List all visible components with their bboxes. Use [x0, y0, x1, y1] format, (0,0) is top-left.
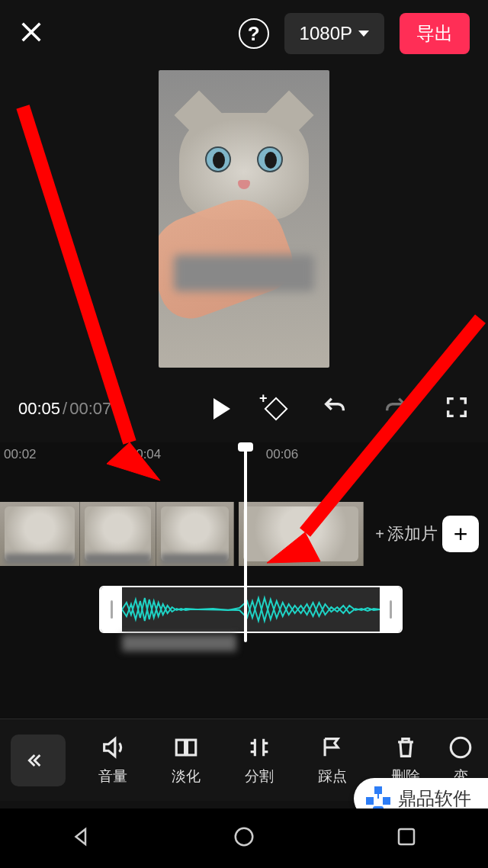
system-nav	[0, 809, 488, 868]
total-time: 00:07	[69, 399, 111, 419]
svg-point-8	[451, 738, 470, 757]
video-clip[interactable]	[239, 502, 364, 566]
resolution-dropdown[interactable]: 1080P	[284, 13, 384, 54]
svg-rect-9	[374, 786, 382, 794]
caption-overlay	[174, 255, 314, 291]
video-clip[interactable]	[156, 502, 234, 566]
nav-recent[interactable]	[395, 825, 418, 851]
tool-volume[interactable]: 音量	[76, 735, 149, 786]
fullscreen-button[interactable]	[444, 394, 470, 423]
video-clip[interactable]	[80, 502, 156, 566]
resolution-label: 1080P	[300, 23, 352, 44]
svg-rect-6	[176, 740, 185, 755]
nav-back[interactable]	[70, 825, 93, 851]
play-button[interactable]	[210, 398, 230, 420]
blur-overlay	[122, 635, 236, 651]
close-button[interactable]	[18, 19, 44, 48]
video-clip[interactable]	[0, 502, 80, 566]
add-clip-label: + 添加片	[375, 522, 438, 545]
tool-fade[interactable]: 淡化	[149, 735, 223, 786]
ruler-tick: 00:06	[266, 447, 299, 462]
undo-button[interactable]	[322, 394, 348, 423]
audio-trim-right[interactable]	[380, 587, 401, 632]
tool-beat[interactable]: 踩点	[296, 735, 369, 786]
timecode: 00:05 / 00:07	[18, 399, 111, 419]
keyframe-button[interactable]: +	[265, 398, 287, 420]
audio-trim-left[interactable]	[101, 587, 122, 632]
svg-rect-14	[399, 829, 414, 844]
export-button[interactable]: 导出	[400, 13, 470, 54]
watermark-text: 鼎品软件	[398, 786, 471, 811]
ruler-tick: 00:02	[4, 447, 37, 462]
playhead[interactable]	[244, 445, 247, 642]
ruler-tick: 00:04	[129, 447, 162, 462]
export-label: 导出	[416, 21, 453, 46]
redo-button[interactable]	[383, 394, 409, 423]
add-clip-button[interactable]: +	[442, 516, 479, 552]
audio-clip[interactable]	[99, 586, 403, 633]
chevron-down-icon	[358, 31, 369, 37]
nav-home[interactable]	[233, 825, 255, 851]
audio-waveform	[122, 587, 380, 632]
video-preview[interactable]	[159, 70, 329, 368]
back-button[interactable]	[11, 735, 66, 786]
current-time: 00:05	[18, 399, 60, 419]
svg-point-13	[236, 828, 253, 846]
tool-split[interactable]: 分割	[223, 735, 296, 786]
svg-rect-7	[187, 740, 195, 755]
help-icon[interactable]: ?	[239, 18, 269, 49]
